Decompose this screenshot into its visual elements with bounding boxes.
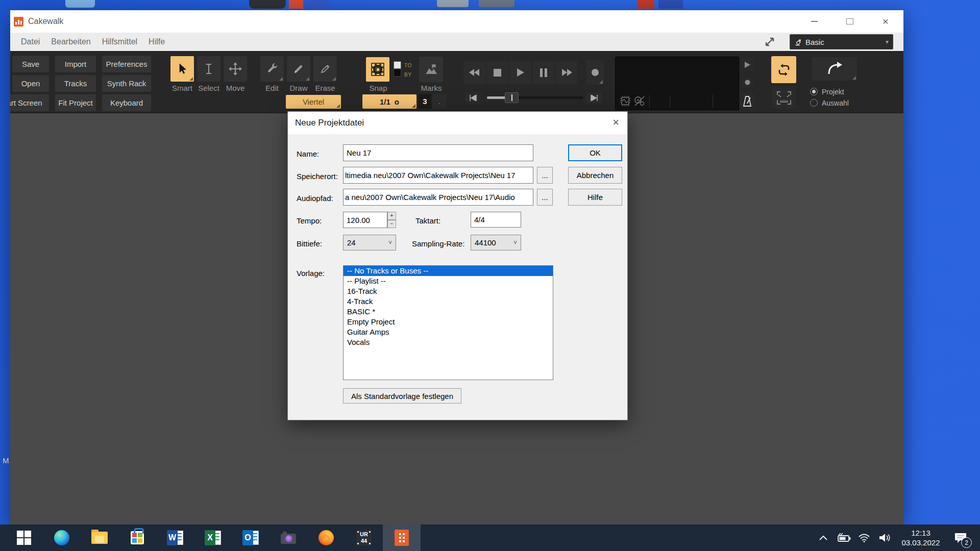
erase-tool-button[interactable] xyxy=(313,56,337,82)
bit-depth-select[interactable]: 24 ˅ xyxy=(343,235,396,251)
snap-resolution-dropdown[interactable]: 1/1 o xyxy=(362,94,416,109)
taskbar-word[interactable]: W xyxy=(156,524,194,551)
edit-tool-button[interactable] xyxy=(260,56,284,82)
cancel-button[interactable]: Abbrechen xyxy=(568,167,622,184)
marks-button[interactable] xyxy=(419,57,443,82)
taskbar-excel[interactable]: X xyxy=(194,524,232,551)
minimize-button[interactable] xyxy=(796,10,832,33)
cakewalk-taskbar-icon xyxy=(395,530,409,546)
record-button[interactable] xyxy=(586,60,604,85)
preferences-button[interactable]: Preferences xyxy=(102,56,151,72)
export-project-radio[interactable] xyxy=(810,88,818,95)
snap-count-field[interactable]: 3 xyxy=(419,94,431,109)
dialog-close-icon[interactable]: × xyxy=(612,116,619,129)
taskbar-file-explorer[interactable] xyxy=(81,524,118,551)
move-tool-label: Move xyxy=(219,84,251,92)
camera-icon xyxy=(281,534,296,544)
desktop-icon-fragment xyxy=(437,0,469,7)
snap-dot-button[interactable]: . xyxy=(432,94,446,109)
sample-rate-select[interactable]: 44100 ˅ xyxy=(471,235,521,251)
start-button[interactable] xyxy=(5,524,43,551)
tempo-spin-up[interactable]: + xyxy=(387,212,396,220)
menu-hilfe[interactable]: Hilfe xyxy=(143,37,170,46)
speaker-icon[interactable] xyxy=(876,524,893,551)
template-item[interactable]: 16-Track xyxy=(344,286,553,296)
menu-bearbeiten[interactable]: Bearbeiten xyxy=(45,37,96,46)
rewind-button[interactable] xyxy=(463,61,485,84)
taskbar-edge[interactable] xyxy=(43,524,81,551)
wifi-icon[interactable] xyxy=(855,524,873,551)
play-button[interactable] xyxy=(509,61,531,84)
snap-button[interactable] xyxy=(366,57,389,82)
name-input[interactable] xyxy=(343,144,533,161)
file-module: Save Import Preferences Open Tracks Synt… xyxy=(12,56,151,111)
location-browse-button[interactable]: ... xyxy=(537,167,553,184)
taskbar-outlook[interactable]: O xyxy=(232,524,270,551)
keyboard-button[interactable]: Keyboard xyxy=(102,94,151,111)
select-tool-button[interactable] xyxy=(197,56,220,82)
help-button[interactable]: Hilfe xyxy=(568,189,622,206)
action-center-button[interactable]: 2 xyxy=(948,524,973,551)
go-to-end-button[interactable] xyxy=(586,92,602,104)
location-label: Speicherort: xyxy=(297,172,338,181)
taskbar-cakewalk-active[interactable] xyxy=(383,524,421,551)
audio-path-input[interactable] xyxy=(343,189,533,206)
location-input[interactable] xyxy=(343,167,533,184)
start-screen-button[interactable]: art Screen xyxy=(10,94,49,111)
snap-dot-value: . xyxy=(438,97,440,106)
position-slider-handle[interactable] xyxy=(505,92,519,103)
tempo-spin-down[interactable]: − xyxy=(387,220,396,228)
move-tool-button[interactable] xyxy=(224,56,247,82)
template-item[interactable]: Vocals xyxy=(344,337,553,347)
open-button[interactable]: Open xyxy=(12,75,49,92)
taskbar-store[interactable] xyxy=(118,524,156,551)
close-button[interactable]: × xyxy=(868,10,903,33)
ok-button[interactable]: OK xyxy=(568,144,622,161)
tray-chevron-up-icon[interactable] xyxy=(815,524,832,551)
fit-project-button[interactable]: Fit Project xyxy=(55,94,96,111)
meter-input[interactable] xyxy=(471,212,521,228)
save-button[interactable]: Save xyxy=(12,56,49,72)
taskbar-clock[interactable]: 12:13 03.03.2022 xyxy=(896,528,945,547)
menu-hilfsmittel[interactable]: Hilfsmittel xyxy=(96,37,143,46)
pause-button[interactable] xyxy=(532,61,554,84)
template-item[interactable]: BASIC * xyxy=(344,307,553,317)
audio-browse-button[interactable]: ... xyxy=(537,189,553,206)
stop-button[interactable] xyxy=(486,61,508,84)
fast-forward-button[interactable] xyxy=(555,61,577,84)
export-selection-radio[interactable] xyxy=(810,99,818,107)
maximize-button[interactable] xyxy=(832,10,868,33)
smart-tool-button[interactable] xyxy=(170,56,194,82)
loop-button[interactable] xyxy=(771,56,796,83)
synth-rack-button[interactable]: Synth Rack xyxy=(102,75,151,92)
template-item-selected[interactable]: -- No Tracks or Buses -- xyxy=(344,266,553,276)
export-button[interactable] xyxy=(812,57,857,81)
taskbar-firefox[interactable] xyxy=(307,524,345,551)
snap-to-by-toggle[interactable] xyxy=(394,61,401,77)
taskbar-camera[interactable] xyxy=(270,524,307,551)
set-default-template-button[interactable]: Als Standardvorlage festlegen xyxy=(343,388,461,404)
tracks-button[interactable]: Tracks xyxy=(55,75,96,92)
taskbar-ur44[interactable]: UR 44 xyxy=(345,524,383,551)
draw-resolution-dropdown[interactable]: Viertel xyxy=(286,95,341,109)
import-button[interactable]: Import xyxy=(55,56,96,72)
windows-start-icon xyxy=(17,531,31,545)
marks-label: Marks xyxy=(415,84,447,92)
tempo-input[interactable] xyxy=(343,212,387,228)
draw-tool-button[interactable] xyxy=(287,56,310,82)
punch-button[interactable] xyxy=(772,87,795,109)
battery-icon[interactable] xyxy=(835,524,852,551)
desktop-stray-mark: M xyxy=(3,456,9,465)
template-item[interactable]: Empty Project xyxy=(344,317,553,327)
metronome-button[interactable] xyxy=(740,93,754,109)
go-to-start-button[interactable] xyxy=(465,92,481,104)
workspace-dropdown[interactable]: Basic ▾ xyxy=(790,34,893,49)
template-item[interactable]: -- Playlist -- xyxy=(344,276,553,286)
template-item[interactable]: Guitar Amps xyxy=(344,327,553,337)
template-item[interactable]: 4-Track xyxy=(344,296,553,307)
position-slider-progress xyxy=(487,96,506,99)
menu-datei[interactable]: Datei xyxy=(15,37,45,46)
mini-play-button[interactable] xyxy=(741,58,754,71)
expand-toolbar-icon[interactable] xyxy=(763,35,776,48)
mini-record-button[interactable] xyxy=(742,78,753,87)
